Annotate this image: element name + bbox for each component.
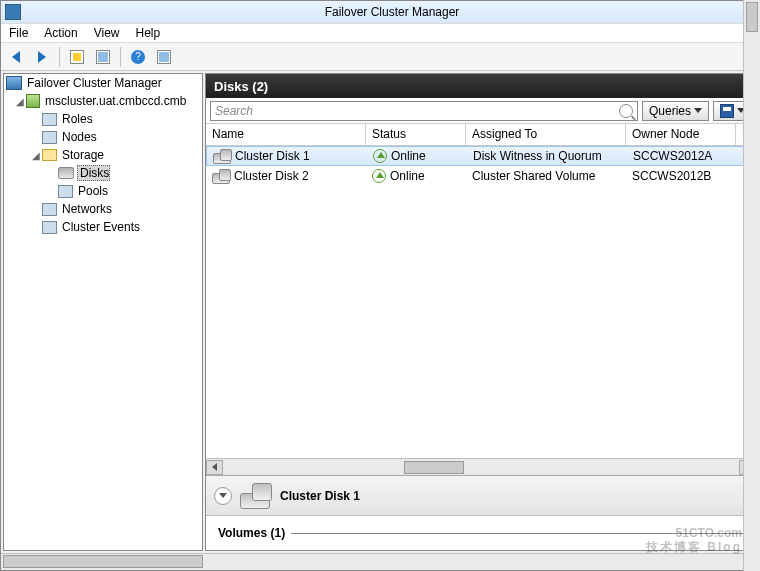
scroll-thumb[interactable] <box>746 2 758 32</box>
status-online-icon <box>372 169 386 183</box>
tree-cluster[interactable]: ◢ mscluster.uat.cmbccd.cmb <box>4 92 202 110</box>
show-hide-tree-button[interactable] <box>66 46 88 68</box>
toolbar: ? <box>1 43 759 71</box>
nav-tree[interactable]: Failover Cluster Manager ◢ mscluster.uat… <box>3 73 203 551</box>
table-row[interactable]: Cluster Disk 2 Online Cluster Shared Vol… <box>206 166 756 186</box>
refresh-icon <box>157 50 171 64</box>
cell-name: Cluster Disk 1 <box>235 149 310 163</box>
tree-label: Cluster Events <box>60 220 140 234</box>
tree-root[interactable]: Failover Cluster Manager <box>4 74 202 92</box>
tree-networks[interactable]: Networks <box>4 200 202 218</box>
help-icon: ? <box>131 50 145 64</box>
disk-icon <box>213 149 231 163</box>
divider <box>291 533 744 534</box>
separator <box>120 47 121 67</box>
cell-assigned: Disk Witness in Quorum <box>473 149 602 163</box>
cell-status: Online <box>390 169 425 183</box>
disks-icon <box>58 167 74 179</box>
queries-button[interactable]: Queries <box>642 101 709 121</box>
chevron-down-icon <box>694 108 702 113</box>
tree-roles[interactable]: Roles <box>4 110 202 128</box>
tree-nodes[interactable]: Nodes <box>4 128 202 146</box>
chevron-down-icon <box>219 493 227 498</box>
roles-icon <box>42 113 57 126</box>
arrow-left-icon <box>12 51 20 63</box>
queries-label: Queries <box>649 104 691 118</box>
menu-bar: File Action View Help <box>1 23 759 43</box>
save-icon <box>720 104 734 118</box>
col-name[interactable]: Name <box>206 124 366 145</box>
window-title: Failover Cluster Manager <box>25 5 759 19</box>
cluster-manager-icon <box>6 76 22 90</box>
scroll-thumb[interactable] <box>404 461 464 474</box>
tree-label: mscluster.uat.cmbccd.cmb <box>43 94 186 108</box>
tree-events[interactable]: Cluster Events <box>4 218 202 236</box>
scroll-left-button[interactable] <box>206 460 223 475</box>
events-icon <box>42 221 57 234</box>
detail-pane: Cluster Disk 1 Volumes (1) <box>206 475 756 550</box>
col-assigned[interactable]: Assigned To <box>466 124 626 145</box>
menu-help[interactable]: Help <box>136 26 161 40</box>
volumes-label: Volumes (1) <box>218 526 285 540</box>
collapse-icon[interactable]: ◢ <box>14 96 26 107</box>
scroll-thumb[interactable] <box>3 555 203 568</box>
nodes-icon <box>42 131 57 144</box>
cell-owner: SCCWS2012A <box>633 149 712 163</box>
grid-horizontal-scrollbar[interactable] <box>206 458 756 475</box>
tree-label: Networks <box>60 202 112 216</box>
menu-file[interactable]: File <box>9 26 28 40</box>
tree-label: Nodes <box>60 130 97 144</box>
tree-label: Failover Cluster Manager <box>25 76 162 90</box>
disk-large-icon <box>240 483 272 509</box>
pools-icon <box>58 185 73 198</box>
tree-label: Storage <box>60 148 104 162</box>
properties-button[interactable] <box>92 46 114 68</box>
cell-assigned: Cluster Shared Volume <box>472 169 595 183</box>
networks-icon <box>42 203 57 216</box>
page-vertical-scrollbar[interactable] <box>743 0 760 571</box>
collapse-icon[interactable]: ◢ <box>30 150 42 161</box>
table-row[interactable]: Cluster Disk 1 Online Disk Witness in Qu… <box>206 146 756 166</box>
search-placeholder: Search <box>215 104 253 118</box>
col-status[interactable]: Status <box>366 124 466 145</box>
disk-grid[interactable]: Cluster Disk 1 Online Disk Witness in Qu… <box>206 146 756 458</box>
cluster-icon <box>26 94 40 108</box>
sheet-icon <box>96 50 110 64</box>
arrow-right-icon <box>38 51 46 63</box>
search-icon <box>619 104 633 118</box>
menu-action[interactable]: Action <box>44 26 77 40</box>
app-icon <box>5 4 21 20</box>
tree-label: Roles <box>60 112 93 126</box>
tree-storage[interactable]: ◢ Storage <box>4 146 202 164</box>
cell-owner: SCCWS2012B <box>632 169 711 183</box>
status-online-icon <box>373 149 387 163</box>
cell-status: Online <box>391 149 426 163</box>
tree-label: Disks <box>77 165 110 181</box>
col-owner[interactable]: Owner Node <box>626 124 736 145</box>
triangle-left-icon <box>212 463 217 471</box>
detail-title: Cluster Disk 1 <box>280 489 360 503</box>
separator <box>59 47 60 67</box>
panel-title: Disks (2) <box>206 74 756 98</box>
nav-back-button[interactable] <box>5 46 27 68</box>
menu-view[interactable]: View <box>94 26 120 40</box>
panel-icon <box>70 50 84 64</box>
title-bar: Failover Cluster Manager <box>1 1 759 23</box>
disk-icon <box>212 169 230 183</box>
search-input[interactable]: Search <box>210 101 638 121</box>
tree-disks[interactable]: Disks <box>4 164 202 182</box>
help-button[interactable]: ? <box>127 46 149 68</box>
storage-icon <box>42 149 57 161</box>
column-headers[interactable]: Name Status Assigned To Owner Node Disk <box>206 124 756 146</box>
refresh-button[interactable] <box>153 46 175 68</box>
tree-pools[interactable]: Pools <box>4 182 202 200</box>
nav-forward-button[interactable] <box>31 46 53 68</box>
collapse-detail-button[interactable] <box>214 487 232 505</box>
tree-label: Pools <box>76 184 108 198</box>
cell-name: Cluster Disk 2 <box>234 169 309 183</box>
window-horizontal-scrollbar[interactable] <box>1 553 759 570</box>
